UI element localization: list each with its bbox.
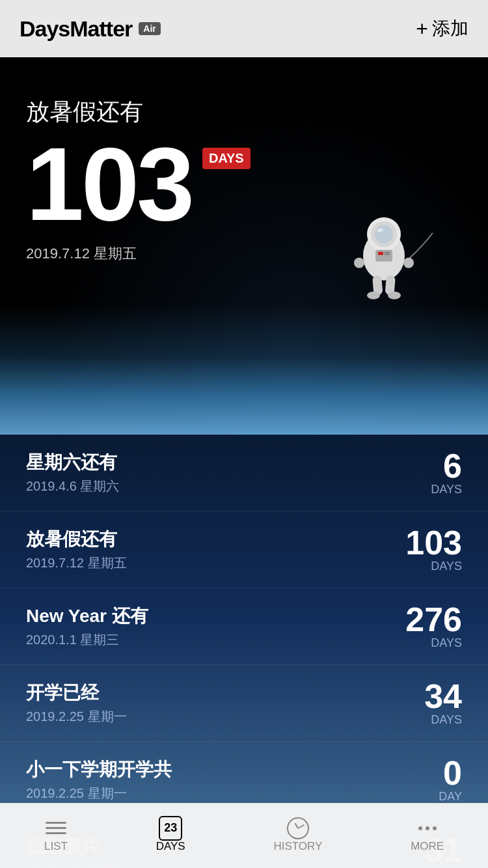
list-item-unit-4: DAY [439, 790, 462, 804]
dots-icon [418, 826, 437, 830]
svg-point-8 [403, 258, 414, 268]
app-title-group: DaysMatter Air [20, 16, 161, 42]
app-header: DaysMatter Air + 添加 [0, 0, 488, 57]
tab-more-label: MORE [411, 840, 444, 853]
clock-icon [287, 817, 309, 839]
app-title: DaysMatter [20, 16, 132, 42]
more-icon [416, 819, 439, 837]
list-item-date-2: 2020.1.1 星期三 [26, 631, 148, 649]
air-badge: Air [139, 22, 160, 35]
tab-history[interactable]: HISTORY [260, 815, 335, 857]
tab-days-label: DAYS [156, 840, 185, 853]
list-item-right-1: 103 DAYS [405, 526, 462, 573]
list-item-left-3: 开学已经 2019.2.25 星期一 [26, 681, 127, 726]
svg-point-7 [354, 258, 364, 268]
svg-point-12 [388, 292, 401, 299]
hero-section: 放暑假还有 103 DAYS 2019.7.12 星期五 [0, 57, 488, 435]
days-icon: 23 [159, 819, 182, 837]
hero-number: 103 [26, 132, 192, 236]
list-item-name-1: 放暑假还有 [26, 527, 127, 552]
list-icon [44, 819, 68, 837]
svg-point-3 [375, 225, 393, 243]
history-icon [286, 819, 310, 837]
list-item-name-4: 小一下学期开学共 [26, 757, 172, 782]
list-item-date-3: 2019.2.25 星期一 [26, 708, 127, 726]
tab-more[interactable]: MORE [398, 815, 457, 857]
list-item-unit-1: DAYS [431, 560, 462, 573]
list-item-right-4: 0 DAY [439, 756, 462, 804]
list-item-date-4: 2019.2.25 星期一 [26, 785, 172, 802]
list-item-name-3: 开学已经 [26, 681, 127, 705]
add-plus-icon: + [416, 17, 428, 41]
list-item-left-4: 小一下学期开学共 2019.2.25 星期一 [26, 757, 172, 802]
add-label: 添加 [432, 16, 468, 41]
tab-days[interactable]: 23 DAYS [143, 815, 198, 857]
list-item-unit-2: DAYS [431, 636, 462, 650]
list-item-right-2: 276 DAYS [405, 603, 462, 650]
list-lines-icon [46, 822, 66, 834]
list-item[interactable]: New Year 还有 2020.1.1 星期三 276 DAYS [0, 588, 488, 665]
list-item-left-0: 星期六还有 2019.4.6 星期六 [26, 450, 119, 495]
astronaut-image [332, 200, 436, 305]
add-button[interactable]: + 添加 [416, 16, 468, 41]
svg-rect-13 [375, 250, 392, 262]
list-item-number-2: 276 [405, 603, 462, 636]
svg-rect-14 [378, 252, 383, 255]
tab-history-label: HISTORY [273, 840, 322, 853]
list-item-right-3: 34 DAYS [424, 679, 462, 727]
hero-content: 放暑假还有 103 DAYS 2019.7.12 星期五 [26, 96, 251, 264]
hero-date: 2019.7.12 星期五 [26, 244, 251, 264]
tab-list[interactable]: LIST [31, 815, 81, 857]
clock-minute-hand [297, 824, 305, 828]
list-item-date-1: 2019.7.12 星期五 [26, 554, 127, 572]
list-item-number-3: 34 [424, 679, 462, 713]
list-item-unit-3: DAYS [431, 713, 462, 727]
list-item-name-2: New Year 还有 [26, 604, 148, 629]
list-item[interactable]: 星期六还有 2019.4.6 星期六 6 DAYS [0, 435, 488, 511]
list-item-name-0: 星期六还有 [26, 450, 119, 475]
svg-point-11 [367, 292, 380, 299]
hero-subtitle: 放暑假还有 [26, 96, 251, 128]
list-item-number-4: 0 [443, 756, 462, 790]
list-item-right-0: 6 DAYS [431, 449, 462, 496]
list-item[interactable]: 放暑假还有 2019.7.12 星期五 103 DAYS [0, 511, 488, 588]
list-item-left-1: 放暑假还有 2019.7.12 星期五 [26, 527, 127, 572]
earth-horizon [0, 305, 488, 435]
calendar-icon: 23 [159, 816, 182, 841]
list-item-date-0: 2019.4.6 星期六 [26, 478, 119, 495]
tab-list-label: LIST [44, 840, 68, 853]
tab-bar: LIST 23 DAYS HISTORY MORE [0, 803, 488, 868]
list-item[interactable]: 开学已经 2019.2.25 星期一 34 DAYS [0, 665, 488, 742]
list-item-number-1: 103 [405, 526, 462, 560]
hero-days-badge: DAYS [202, 148, 251, 169]
list-item-unit-0: DAYS [431, 483, 462, 496]
list-item-left-2: New Year 还有 2020.1.1 星期三 [26, 604, 148, 649]
list-item-number-0: 6 [443, 449, 462, 483]
svg-rect-15 [385, 252, 390, 255]
hero-number-row: 103 DAYS [26, 132, 251, 236]
